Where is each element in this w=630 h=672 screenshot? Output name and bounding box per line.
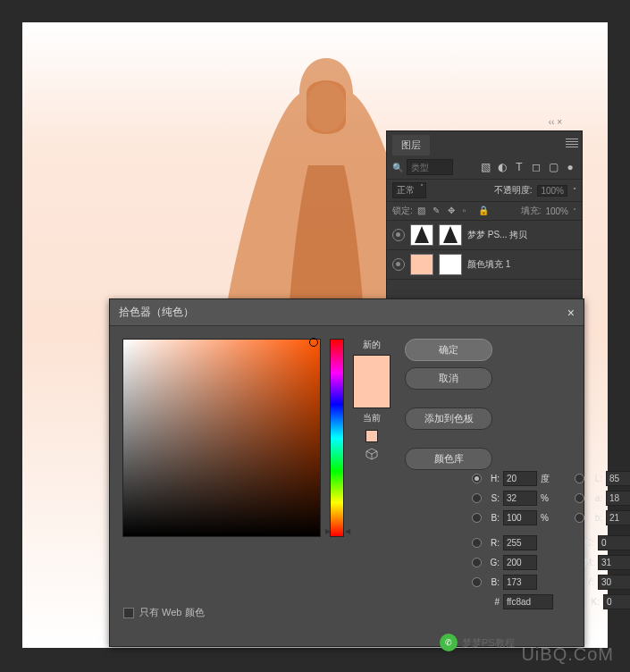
filter-toggle-icon[interactable]: ●	[564, 161, 576, 173]
fill-label: 填充:	[521, 205, 542, 217]
layers-panel: ‹‹ × 图层 🔍 ▧ ◐ T ◻ ▢ ● 正常 不透明度: 100% ˅ 锁定…	[386, 130, 583, 318]
radio-bv[interactable]	[472, 513, 482, 523]
l-label: L:	[588, 474, 602, 483]
search-icon: 🔍	[392, 163, 403, 172]
lock-all-icon[interactable]: ▨	[417, 206, 428, 216]
g-label: G:	[485, 558, 500, 567]
y-input[interactable]	[598, 575, 630, 590]
radio-s[interactable]	[472, 493, 482, 503]
y-label: Y:	[575, 577, 594, 587]
layer-thumbnail[interactable]	[410, 254, 433, 275]
watermark-url: UiBQ.CoM	[521, 644, 614, 665]
visibility-icon[interactable]	[392, 229, 405, 241]
bv-label: B:	[485, 513, 500, 523]
lock-artboard-icon[interactable]: ▫	[463, 206, 474, 216]
visibility-icon[interactable]	[392, 258, 405, 271]
filter-image-icon[interactable]: ▧	[479, 161, 491, 173]
layer-mask-thumbnail[interactable]	[439, 224, 462, 246]
layers-tab[interactable]: 图层	[392, 135, 430, 155]
ok-button[interactable]: 确定	[405, 339, 492, 361]
r-label: R:	[485, 538, 500, 548]
layer-row[interactable]: 颜色填充 1	[387, 250, 582, 280]
b-input[interactable]	[606, 510, 630, 525]
dialog-titlebar[interactable]: 拾色器（纯色） ×	[110, 299, 584, 326]
radio-l[interactable]	[575, 474, 584, 483]
new-color-label: 新的	[363, 339, 381, 351]
hex-label: #	[485, 597, 500, 607]
radio-r[interactable]	[472, 538, 482, 548]
filter-smart-icon[interactable]: ▢	[547, 161, 559, 173]
layer-row[interactable]: 梦梦 PS... 拷贝	[387, 221, 582, 250]
m-label: M:	[575, 558, 594, 567]
opacity-value[interactable]: 100%	[537, 185, 567, 197]
lock-move-icon[interactable]: ✥	[448, 206, 458, 216]
layer-thumbnail[interactable]	[410, 224, 433, 246]
panel-menu-icon[interactable]	[566, 137, 578, 146]
current-color-swatch[interactable]	[354, 382, 390, 407]
panel-collapse-icon[interactable]: ‹‹ ×	[549, 117, 562, 127]
s-label: S:	[485, 493, 500, 503]
websafe-swatch-icon[interactable]	[365, 430, 378, 442]
web-only-label: 只有 Web 颜色	[139, 606, 205, 619]
sb-cursor[interactable]	[309, 338, 318, 347]
layer-name[interactable]: 梦梦 PS... 拷贝	[467, 229, 527, 241]
l-input[interactable]	[606, 471, 630, 486]
color-value-fields: H: 度 L: S: % a: B: % b: R: C: %	[472, 471, 630, 614]
wechat-icon: ✆	[440, 634, 458, 651]
h-input[interactable]	[503, 471, 537, 486]
color-picker-dialog: 拾色器（纯色） × ▶◀ 新的 当前 确定 取消 添加到色板 颜色库	[109, 298, 584, 647]
layer-filter-row: 🔍 ▧ ◐ T ◻ ▢ ●	[387, 155, 582, 180]
layer-mask-thumbnail[interactable]	[439, 254, 462, 275]
color-library-button[interactable]: 颜色库	[405, 448, 492, 470]
lock-paint-icon[interactable]: ✎	[433, 206, 443, 216]
s-input[interactable]	[503, 491, 537, 506]
k-input[interactable]	[603, 594, 630, 609]
bb-label: B:	[485, 577, 500, 587]
m-input[interactable]	[598, 555, 630, 570]
radio-b[interactable]	[575, 513, 584, 523]
c-label: C:	[575, 538, 594, 548]
opacity-label: 不透明度:	[494, 184, 533, 197]
lock-lock-icon[interactable]: 🔒	[478, 206, 489, 216]
radio-h[interactable]	[472, 474, 482, 483]
radio-g[interactable]	[472, 558, 482, 567]
filter-shape-icon[interactable]: ◻	[530, 161, 542, 173]
close-icon[interactable]: ×	[567, 306, 575, 320]
hue-slider[interactable]: ▶◀	[330, 339, 344, 537]
bv-input[interactable]	[503, 510, 537, 525]
cube-icon[interactable]	[365, 448, 378, 460]
cancel-button[interactable]: 取消	[405, 367, 492, 390]
hue-slider-handle[interactable]: ▶◀	[325, 527, 350, 535]
web-only-checkbox[interactable]	[123, 608, 134, 618]
r-input[interactable]	[503, 535, 537, 550]
lock-label: 锁定:	[392, 205, 413, 217]
blend-mode-select[interactable]: 正常	[392, 182, 426, 198]
web-only-checkbox-row[interactable]: 只有 Web 颜色	[123, 606, 205, 619]
h-label: H:	[485, 474, 500, 483]
layer-filter-input[interactable]	[407, 159, 453, 175]
radio-a[interactable]	[575, 493, 584, 503]
b-label: b:	[588, 513, 602, 523]
filter-adjust-icon[interactable]: ◐	[496, 161, 508, 173]
watermark-brand: ✆ 梦梦PS教程	[440, 634, 515, 651]
layer-name[interactable]: 颜色填充 1	[467, 258, 510, 271]
radio-bb[interactable]	[472, 577, 482, 587]
hex-input[interactable]	[503, 594, 553, 609]
dialog-title: 拾色器（纯色）	[119, 305, 194, 320]
g-input[interactable]	[503, 555, 537, 570]
color-compare-swatch	[353, 355, 391, 408]
fill-value[interactable]: 100%	[545, 206, 568, 216]
new-color-swatch	[354, 356, 390, 382]
a-input[interactable]	[606, 491, 630, 506]
bb-input[interactable]	[503, 575, 537, 590]
a-label: a:	[588, 493, 602, 503]
current-color-label: 当前	[363, 412, 381, 424]
saturation-brightness-field[interactable]	[122, 339, 321, 537]
k-label: K:	[580, 597, 600, 607]
filter-type-icon[interactable]: T	[513, 161, 525, 173]
c-input[interactable]	[598, 535, 630, 550]
add-swatch-button[interactable]: 添加到色板	[405, 407, 492, 430]
